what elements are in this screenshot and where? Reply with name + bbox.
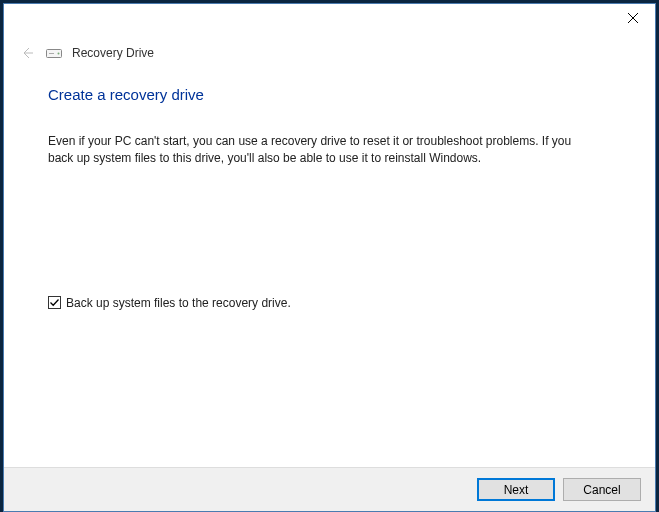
close-button[interactable] [610,4,655,32]
content-area: Create a recovery drive Even if your PC … [4,64,655,467]
window-title: Recovery Drive [72,46,154,60]
svg-point-4 [58,53,60,55]
page-description: Even if your PC can't start, you can use… [48,133,593,168]
page-heading: Create a recovery drive [48,86,611,103]
checkmark-icon [49,297,60,308]
titlebar [4,4,655,36]
backup-checkbox[interactable] [48,296,61,309]
cancel-button[interactable]: Cancel [563,478,641,501]
wizard-footer: Next Cancel [4,467,655,511]
drive-icon [46,47,62,59]
recovery-drive-wizard-window: Recovery Drive Create a recovery drive E… [3,3,656,512]
header-row: Recovery Drive [4,36,655,64]
backup-checkbox-row: Back up system files to the recovery dri… [48,296,611,310]
next-button[interactable]: Next [477,478,555,501]
back-arrow-icon [19,45,35,61]
close-icon [628,13,638,23]
back-button [18,44,36,62]
backup-checkbox-label[interactable]: Back up system files to the recovery dri… [66,296,291,310]
